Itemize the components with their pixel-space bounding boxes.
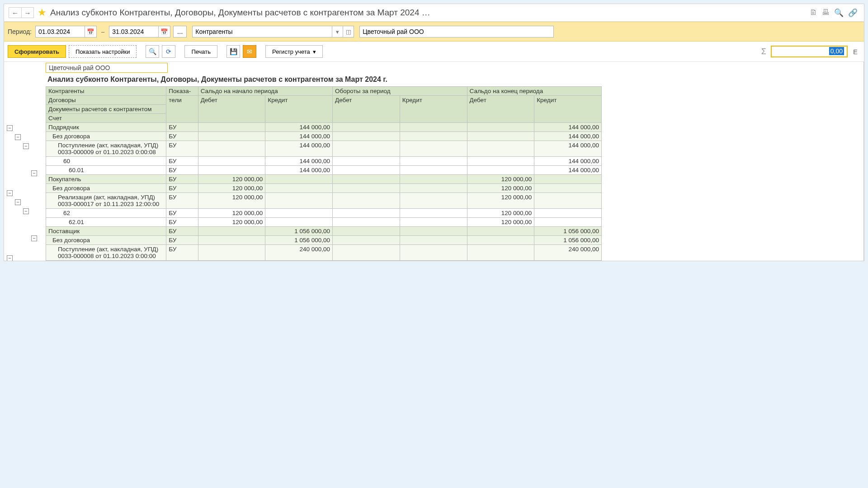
- date-to-calendar-button[interactable]: 📅: [159, 26, 170, 38]
- show-settings-button[interactable]: Показать настройки: [69, 45, 137, 58]
- row-end-debit: [467, 123, 534, 132]
- tree-toggle[interactable]: −: [15, 134, 21, 140]
- tree-toggle[interactable]: −: [7, 255, 13, 261]
- table-row[interactable]: Без договораБУ120 000,00120 000,00: [46, 184, 602, 193]
- table-row[interactable]: Без договораБУ1 056 000,001 056 000,00: [46, 236, 602, 245]
- tree-toggle[interactable]: −: [31, 170, 37, 176]
- show-settings-label: Показать настройки: [75, 48, 130, 55]
- report-title: Анализ субконто Контрагенты, Договоры, Д…: [46, 74, 863, 86]
- titlebar: ← → ★ Анализ субконто Контрагенты, Догов…: [4, 4, 864, 22]
- row-start-debit: [198, 245, 265, 261]
- row-start-credit: 144 000,00: [265, 123, 333, 132]
- hdr-indicator-1: Показа-: [166, 87, 198, 96]
- print-button[interactable]: Печать: [184, 45, 217, 58]
- tree-toggle[interactable]: −: [7, 190, 13, 196]
- row-indicator: БУ: [166, 227, 198, 236]
- table-row[interactable]: Поступление (акт, накладная, УПД) 0033-0…: [46, 245, 602, 261]
- row-indicator: БУ: [166, 123, 198, 132]
- table-row[interactable]: 60.01БУ144 000,00144 000,00: [46, 166, 602, 175]
- row-turn-credit: [400, 209, 467, 218]
- hdr-start: Сальдо на начало периода: [198, 87, 332, 96]
- row-indicator: БУ: [166, 218, 198, 227]
- table-row[interactable]: 60БУ144 000,00144 000,00: [46, 157, 602, 166]
- row-turn-credit: [400, 175, 467, 184]
- tree-toggle[interactable]: −: [7, 125, 13, 131]
- row-end-credit: [534, 175, 602, 184]
- search-button[interactable]: 🔍: [146, 45, 159, 58]
- tree-toggle[interactable]: −: [31, 235, 37, 241]
- row-end-credit: [534, 209, 602, 218]
- row-indicator: БУ: [166, 209, 198, 218]
- sum-field[interactable]: 0,00: [771, 46, 848, 57]
- row-end-credit: [534, 184, 602, 193]
- table-row[interactable]: 62БУ120 000,00120 000,00: [46, 209, 602, 218]
- star-icon[interactable]: ★: [38, 7, 47, 19]
- save-report-icon[interactable]: 🗎: [810, 8, 817, 18]
- row-indicator: БУ: [166, 175, 198, 184]
- date-to-wrapper: 📅: [109, 26, 170, 38]
- row-label: 60.01: [46, 166, 166, 175]
- print-icon[interactable]: 🖶: [822, 8, 830, 18]
- table-row[interactable]: 62.01БУ120 000,00120 000,00: [46, 218, 602, 227]
- hdr-turn: Обороты за период: [333, 87, 467, 96]
- organization-input[interactable]: [359, 26, 554, 38]
- table-row[interactable]: Поступление (акт, накладная, УПД) 0033-0…: [46, 141, 602, 157]
- nav-back-button[interactable]: ←: [9, 7, 21, 18]
- table-row[interactable]: ПодрядчикБУ144 000,00144 000,00: [46, 123, 602, 132]
- subkonto-type-dropdown-button[interactable]: ▾: [332, 26, 343, 38]
- row-indicator: БУ: [166, 141, 198, 157]
- row-label: 60: [46, 157, 166, 166]
- row-end-debit: [467, 227, 534, 236]
- period-picker-button[interactable]: …: [173, 26, 187, 38]
- generate-button[interactable]: Сформировать: [8, 45, 66, 58]
- row-turn-credit: [400, 227, 467, 236]
- hdr-indicator-2: тели: [166, 96, 198, 123]
- subkonto-type-combo: ▾ ◫: [192, 26, 354, 38]
- row-end-debit: 120 000,00: [467, 193, 534, 209]
- row-end-debit: [467, 236, 534, 245]
- save-button[interactable]: 💾: [226, 45, 240, 58]
- hdr-dim3: Документы расчетов с контрагентом: [46, 105, 166, 114]
- row-turn-credit: [400, 166, 467, 175]
- email-button[interactable]: ✉: [243, 45, 256, 58]
- subkonto-type-open-button[interactable]: ◫: [343, 26, 354, 38]
- row-turn-debit: [333, 166, 400, 175]
- date-from-calendar-button[interactable]: 📅: [85, 26, 97, 38]
- row-start-credit: 144 000,00: [265, 132, 333, 141]
- row-turn-debit: [333, 193, 400, 209]
- table-row[interactable]: ПокупательБУ120 000,00120 000,00: [46, 175, 602, 184]
- table-row[interactable]: ПоставщикБУ1 056 000,001 056 000,00: [46, 227, 602, 236]
- hdr-turn-debit: Дебет: [333, 96, 400, 123]
- preview-icon[interactable]: 🔍: [834, 8, 844, 18]
- generate-button-label: Сформировать: [14, 48, 59, 55]
- tree-gutter: −−−−−−−−−−−: [4, 62, 46, 261]
- date-from-input[interactable]: [35, 26, 85, 38]
- link-icon[interactable]: 🔗: [848, 8, 858, 18]
- row-start-credit: 144 000,00: [265, 141, 333, 157]
- tree-toggle[interactable]: −: [23, 208, 29, 214]
- row-turn-credit: [400, 218, 467, 227]
- row-start-credit: [265, 209, 333, 218]
- report-data-body: ПодрядчикБУ144 000,00144 000,00Без догов…: [46, 123, 602, 261]
- row-end-credit: [534, 193, 602, 209]
- row-turn-credit: [400, 245, 467, 261]
- search-icon: 🔍: [149, 48, 156, 55]
- chevron-down-icon: ▾: [336, 28, 339, 35]
- row-start-debit: [198, 123, 265, 132]
- subkonto-type-input[interactable]: [192, 26, 332, 38]
- hdr-end-debit: Дебет: [467, 96, 534, 123]
- nav-forward-button[interactable]: →: [21, 7, 34, 18]
- date-to-input[interactable]: [109, 26, 159, 38]
- hdr-dim4: Счет: [46, 114, 166, 123]
- tree-toggle[interactable]: −: [15, 199, 21, 205]
- report-area: −−−−−−−−−−− Цветочный рай ООО Анализ суб…: [4, 62, 864, 261]
- row-turn-credit: [400, 157, 467, 166]
- tree-toggle[interactable]: −: [23, 143, 29, 149]
- table-row[interactable]: Без договораБУ144 000,00144 000,00: [46, 132, 602, 141]
- row-indicator: БУ: [166, 236, 198, 245]
- table-row[interactable]: Реализация (акт, накладная, УПД) 0033-00…: [46, 193, 602, 209]
- period-label: Период:: [8, 28, 32, 35]
- register-button[interactable]: Регистр учета ▾: [265, 45, 323, 58]
- register-button-label: Регистр учета: [272, 48, 310, 55]
- refresh-button[interactable]: ⟳: [162, 45, 175, 58]
